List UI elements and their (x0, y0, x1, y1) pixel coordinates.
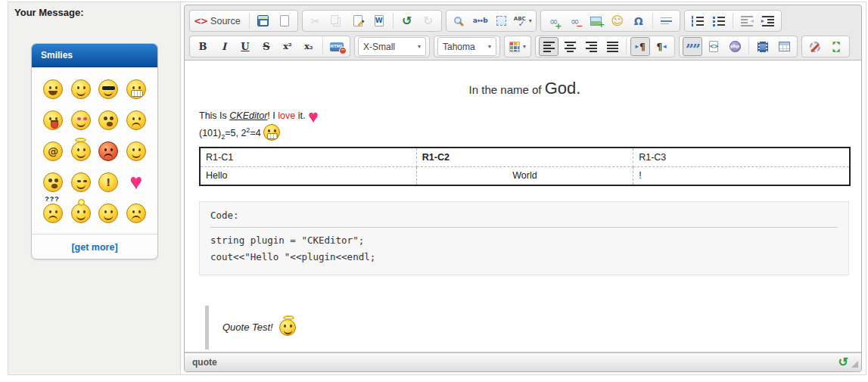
smiley-dizzy[interactable] (42, 171, 64, 192)
replace-button[interactable]: a↔b (471, 11, 490, 30)
flash-button[interactable] (753, 37, 773, 56)
toolbar-group: a↔bABC▾ (446, 10, 537, 32)
smiley-heart[interactable]: ♥ (125, 171, 148, 192)
table-button[interactable] (774, 37, 794, 56)
align-left-icon (543, 42, 555, 52)
indent-button[interactable] (758, 11, 778, 30)
smiley-confused[interactable]: ??? (42, 202, 64, 223)
cut-button[interactable]: ✂ (306, 11, 325, 30)
strikethrough-button[interactable]: S (257, 37, 276, 56)
new-page-button[interactable] (275, 11, 294, 30)
element-path[interactable]: quote (192, 357, 217, 368)
smiley-heart-eyes[interactable] (70, 109, 92, 130)
rtl-button[interactable] (652, 37, 671, 56)
content-line-1: This Is CKEditor! I love it.♥ (199, 110, 851, 121)
plugins-button[interactable] (805, 37, 825, 56)
smiley-angry-icon (98, 141, 118, 161)
smiley-surprised[interactable] (97, 109, 120, 130)
text-color-button[interactable]: ▾ (508, 37, 527, 56)
bold-icon: B (199, 42, 207, 51)
rtl-icon (656, 42, 666, 51)
smiley-blush[interactable] (125, 140, 148, 161)
save-button[interactable] (254, 11, 273, 30)
table-cell[interactable]: R1-C3 (633, 148, 850, 166)
your-message-label: Your Message: (14, 7, 180, 18)
smiley-email[interactable]: @ (42, 140, 64, 161)
redo-button[interactable]: ↻ (418, 11, 438, 30)
italic-button[interactable]: I (214, 37, 234, 56)
toolbar-separator (626, 39, 627, 54)
smiley-wry[interactable] (125, 202, 148, 223)
smiley-angry[interactable] (97, 140, 120, 161)
spell-check-icon: ABC (514, 17, 526, 26)
toolbar-group: <>Source (189, 10, 298, 32)
underline-button[interactable]: U (235, 37, 255, 56)
paste-text-button[interactable] (348, 11, 368, 30)
find-button[interactable] (450, 11, 469, 30)
paste-word-button[interactable] (369, 11, 389, 30)
smiley-rolleyes[interactable] (70, 171, 92, 192)
maximize-button[interactable]: ◤◥ ◣◢ (826, 37, 846, 56)
unlink-button[interactable]: ∞ (565, 11, 585, 30)
table-cell[interactable]: R1-C2 (416, 148, 633, 166)
dropdown-value: Tahoma (443, 42, 475, 52)
link-button[interactable]: ∞ (544, 11, 564, 30)
table-cell[interactable]: World (416, 166, 633, 185)
remove-format-button[interactable]: HTML (327, 37, 347, 56)
align-right-button[interactable] (581, 37, 601, 56)
new-page-icon (280, 15, 289, 26)
source-button[interactable]: <>Source (193, 11, 245, 30)
unlink-icon: ∞ (571, 16, 580, 26)
smiley-content[interactable] (97, 202, 120, 223)
smiley-rolleyes-icon (71, 172, 91, 192)
get-more-link[interactable]: [get more] (71, 242, 117, 253)
numbered-list-button[interactable] (688, 11, 708, 30)
superscript-button[interactable]: x² (278, 37, 297, 56)
align-left-button[interactable] (539, 37, 558, 56)
subscript-button[interactable]: x₂ (299, 37, 319, 56)
table-cell[interactable]: R1-C1 (200, 148, 416, 166)
smiley-angel[interactable] (70, 140, 92, 161)
undo-button[interactable]: ↺ (397, 11, 417, 30)
smiley-tongue[interactable] (42, 109, 64, 130)
halo (75, 138, 86, 142)
copy-button[interactable] (327, 11, 347, 30)
line2-text: =4 (250, 128, 260, 138)
editor-content-area[interactable]: In the name of God. This Is CKEditor! I … (185, 60, 861, 352)
ltr-button[interactable] (630, 37, 650, 56)
resize-grip-icon[interactable] (851, 361, 858, 368)
bold-button[interactable]: B (193, 37, 213, 56)
ckeditor-link[interactable]: CKEditor (229, 110, 267, 121)
smiley-button[interactable]: ☺ (608, 11, 627, 30)
smiley-exclamation[interactable]: ! (97, 171, 120, 192)
horizontal-rule-button[interactable] (657, 11, 677, 30)
smiley-smile[interactable] (70, 78, 92, 99)
code-button[interactable] (704, 37, 723, 56)
table-icon (779, 42, 790, 51)
underline-icon: U (241, 42, 249, 51)
toolbar-separator (393, 13, 394, 29)
table-cell[interactable]: Hello (200, 166, 416, 185)
image-button[interactable] (586, 11, 606, 30)
font-family-dropdown[interactable]: Tahoma▾ (437, 37, 496, 56)
blockquote-button[interactable]: ”” (683, 37, 702, 56)
php-button[interactable]: php (725, 37, 745, 56)
special-char-button[interactable]: Ω (629, 11, 649, 30)
outdent-button[interactable] (737, 11, 757, 30)
smiley-sad[interactable] (125, 109, 148, 130)
chevron-down-icon: ▾ (418, 43, 421, 50)
bulleted-list-button[interactable] (709, 11, 729, 30)
align-justify-button[interactable] (602, 37, 622, 56)
toolbar-group (684, 10, 782, 32)
chevron-down-icon: ▾ (523, 43, 526, 50)
smiley-cool[interactable] (97, 78, 120, 99)
spell-check-button[interactable]: ABC▾ (513, 11, 533, 30)
select-all-button[interactable] (492, 11, 512, 30)
font-size-dropdown[interactable]: X-Small▾ (358, 37, 426, 56)
align-center-button[interactable] (560, 37, 580, 56)
history-icon[interactable]: ↺ (838, 356, 848, 368)
smiley-biggrin[interactable] (42, 78, 64, 99)
table-cell[interactable]: ! (633, 166, 850, 185)
smiley-idea[interactable] (70, 202, 92, 223)
smiley-grin-teeth[interactable] (125, 78, 148, 99)
